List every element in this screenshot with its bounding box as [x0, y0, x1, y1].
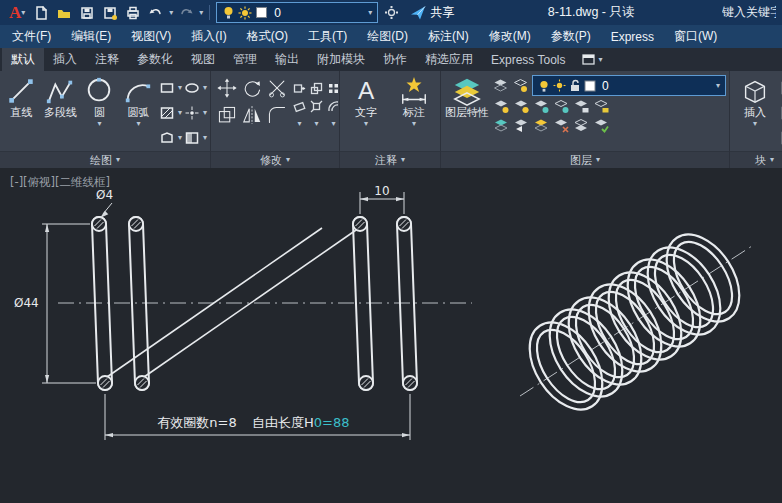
chevron-down-icon[interactable]: ▾	[178, 134, 182, 142]
layer-walk-button[interactable]	[532, 117, 549, 134]
panel-label-modify[interactable]: 修改 ▾	[211, 151, 339, 168]
layer-lock-button[interactable]	[572, 98, 589, 115]
move-button[interactable]	[214, 74, 239, 101]
copy-button[interactable]	[214, 101, 239, 128]
chevron-down-icon[interactable]: ▾	[203, 84, 207, 92]
fillet-button[interactable]	[264, 101, 289, 128]
rectangle-tool-button[interactable]	[159, 79, 176, 96]
layer-unlock-button[interactable]	[592, 98, 609, 115]
layer-on-button[interactable]	[512, 98, 529, 115]
explode-icon	[310, 100, 323, 113]
qat-layer-combo[interactable]: 0 ▾	[216, 2, 378, 23]
line-button[interactable]: 直线	[3, 74, 40, 151]
chevron-down-icon: ▾	[753, 120, 757, 128]
menu-item-format[interactable]: 格式(O)	[237, 25, 298, 48]
tab-view[interactable]: 视图	[182, 48, 224, 71]
polyline-button[interactable]: 多段线	[42, 74, 79, 151]
new-file-button[interactable]	[31, 3, 51, 23]
layer-state-icon	[493, 78, 508, 93]
menu-item-parametric[interactable]: 参数(P)	[541, 25, 601, 48]
menu-item-express[interactable]: Express	[601, 25, 664, 48]
stretch-button[interactable]	[291, 79, 308, 97]
modify-more-tools: ▾ ▾ ▾	[291, 74, 342, 151]
tab-manage[interactable]: 管理	[224, 48, 266, 71]
rotate-button[interactable]	[239, 74, 264, 101]
point-tool-button[interactable]	[184, 104, 201, 121]
tab-annotate[interactable]: 注释	[86, 48, 128, 71]
dimension-button[interactable]: 标注 ▾	[392, 74, 436, 151]
scale-button[interactable]	[308, 79, 325, 97]
menu-item-window[interactable]: 窗口(W)	[664, 25, 727, 48]
ribbon-display-toggle[interactable]: ▾	[574, 48, 610, 71]
print-button[interactable]	[123, 3, 143, 23]
tab-output[interactable]: 输出	[266, 48, 308, 71]
layer-state-button[interactable]	[492, 77, 509, 94]
menu-item-tools[interactable]: 工具(T)	[298, 25, 357, 48]
chevron-down-icon[interactable]: ▾	[203, 134, 207, 142]
redo-button[interactable]	[176, 3, 196, 23]
tab-parametric[interactable]: 参数化	[128, 48, 182, 71]
viewport-controls[interactable]: [-][俯视][二维线框]	[10, 175, 110, 189]
arc-button[interactable]: 圆弧 ▾	[120, 74, 157, 151]
layer-off-button[interactable]	[492, 98, 509, 115]
redo-icon	[177, 5, 195, 21]
explode-button[interactable]	[308, 97, 325, 115]
menu-item-view[interactable]: 视图(V)	[121, 25, 181, 48]
chevron-down-icon[interactable]: ▾	[308, 115, 325, 133]
chevron-down-icon[interactable]: ▾	[203, 109, 207, 117]
circle-button[interactable]: 圆 ▾	[81, 74, 118, 151]
region-tool-button[interactable]	[159, 129, 176, 146]
layer-delete-button[interactable]	[552, 117, 569, 134]
insert-block-button[interactable]: 插入 ▾	[733, 74, 777, 151]
open-file-button[interactable]	[54, 3, 74, 23]
chevron-down-icon[interactable]: ▾	[178, 109, 182, 117]
tab-insert[interactable]: 插入	[44, 48, 86, 71]
layer-thaw-button[interactable]	[552, 98, 569, 115]
menu-item-file[interactable]: 文件(F)	[2, 25, 61, 48]
undo-button[interactable]	[146, 3, 166, 23]
layer-properties-button[interactable]: 图层特性	[444, 74, 490, 151]
tab-express-tools[interactable]: Express Tools	[482, 48, 574, 71]
layer-freeze-button[interactable]	[532, 98, 549, 115]
app-menu-button[interactable]: A ▾	[6, 3, 28, 23]
model-space-canvas[interactable]: [-][俯视][二维线框]	[0, 168, 782, 503]
layer-match-button[interactable]	[492, 117, 509, 134]
layer-merge-button[interactable]	[572, 117, 589, 134]
trim-button[interactable]	[264, 74, 289, 101]
layer-isolate-button[interactable]	[512, 77, 529, 94]
text-button[interactable]: A 文字 ▾	[344, 74, 388, 151]
chevron-down-icon[interactable]: ▾	[169, 9, 173, 17]
menu-item-edit[interactable]: 编辑(E)	[61, 25, 121, 48]
infocenter-search[interactable]: 键入关键字	[722, 4, 776, 21]
draw-more-tools: ▾ ▾ ▾ ▾ ▾ ▾	[159, 74, 207, 151]
tab-featured-apps[interactable]: 精选应用	[416, 48, 482, 71]
panel-label-draw[interactable]: 绘图 ▾	[0, 151, 210, 168]
layer-lock-icon	[573, 99, 589, 114]
save-as-button[interactable]	[100, 3, 120, 23]
panel-label-layers[interactable]: 图层 ▾	[441, 151, 729, 168]
color-swatch-icon	[584, 80, 596, 92]
tab-addins[interactable]: 附加模块	[308, 48, 374, 71]
customize-qat-button[interactable]	[381, 3, 401, 23]
tab-home[interactable]: 默认	[2, 48, 44, 71]
tab-collaborate[interactable]: 协作	[374, 48, 416, 71]
menu-item-modify[interactable]: 修改(M)	[479, 25, 541, 48]
chevron-down-icon[interactable]: ▾	[199, 9, 203, 17]
mirror-button[interactable]	[239, 101, 264, 128]
layer-current-button[interactable]	[592, 117, 609, 134]
menu-item-draw[interactable]: 绘图(D)	[357, 25, 418, 48]
hatch-tool-button[interactable]	[159, 104, 176, 121]
ellipse-tool-button[interactable]	[184, 79, 201, 96]
gradient-tool-button[interactable]	[184, 129, 201, 146]
layer-dropdown[interactable]: 0 ▾	[532, 75, 726, 96]
menu-item-insert[interactable]: 插入(I)	[181, 25, 236, 48]
menu-item-dimension[interactable]: 标注(N)	[418, 25, 479, 48]
chevron-down-icon[interactable]: ▾	[178, 84, 182, 92]
panel-label-block[interactable]: 块 ▾	[730, 151, 782, 168]
save-button[interactable]	[77, 3, 97, 23]
erase-button[interactable]	[291, 97, 308, 115]
layer-prev-button[interactable]	[512, 117, 529, 134]
share-button[interactable]: 共享	[404, 4, 460, 21]
chevron-down-icon[interactable]: ▾	[291, 115, 308, 133]
panel-label-annotation[interactable]: 注释 ▾	[340, 151, 440, 168]
